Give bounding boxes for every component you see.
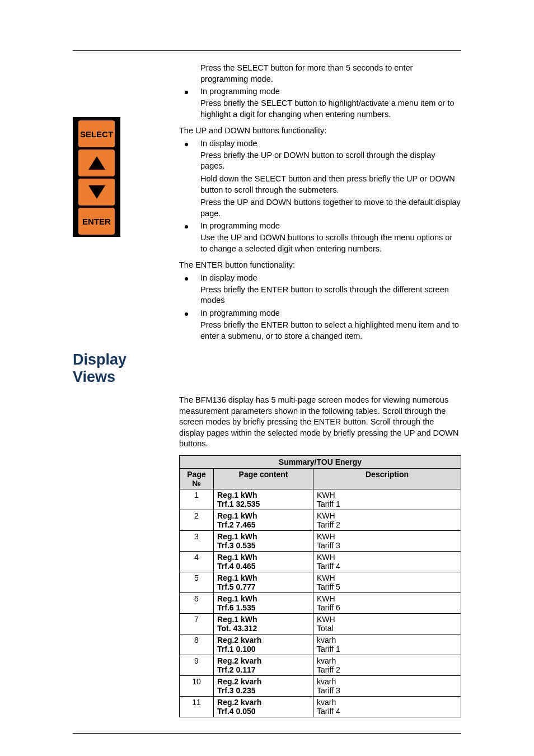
cell-page-content: Reg.2 kvarhTrf.1 0.100 xyxy=(214,634,313,655)
cell-page-content: Reg.2 kvarhTrf.3 0.235 xyxy=(214,675,313,696)
cell-description: KWHTariff 1 xyxy=(313,489,461,510)
cell-page-content: Reg.1 kWhTrf.6 1.535 xyxy=(214,592,313,613)
enter-p1: Press briefly the ENTER button to scroll… xyxy=(200,284,461,306)
cell-page-no: 3 xyxy=(180,530,214,551)
cell-page-content: Reg.1 kWhTrf.2 7.465 xyxy=(214,510,313,530)
bullet-text: In programming mode xyxy=(200,309,280,318)
bullet-enter-display: In display mode xyxy=(185,273,461,282)
cell-page-content: Reg.1 kWhTrf.4 0.465 xyxy=(214,551,313,572)
updown-p2: Hold down the SELECT button and then pre… xyxy=(200,174,461,195)
table-row: 7Reg.1 kWhTot. 43.312KWHTotal xyxy=(180,613,461,634)
cell-page-no: 5 xyxy=(180,572,214,592)
cell-page-no: 4 xyxy=(180,551,214,572)
table-row: 4Reg.1 kWhTrf.4 0.465KWHTariff 4 xyxy=(180,551,461,572)
cell-description: KWHTotal xyxy=(313,613,461,634)
bullet-text: In display mode xyxy=(200,273,257,282)
updown-p3: Press the UP and DOWN buttons together t… xyxy=(200,197,461,219)
table-row: 6Reg.1 kWhTrf.6 1.535KWHTariff 6 xyxy=(180,592,461,613)
section-heading-display-views: Display Views xyxy=(73,351,168,386)
updown-p4: Use the UP and DOWN buttons to scrolls t… xyxy=(200,232,461,254)
device-button-panel: SELECT ENTER xyxy=(73,117,120,237)
cell-page-content: Reg.1 kWhTrf.5 0.777 xyxy=(214,572,313,592)
cell-page-content: Reg.2 kvarhTrf.4 0.050 xyxy=(214,696,313,717)
enter-p2: Press briefly the ENTER button to select… xyxy=(200,320,461,342)
down-button xyxy=(78,179,115,206)
enter-intro: The ENTER button functionality: xyxy=(179,260,461,271)
cell-description: KWHTariff 3 xyxy=(313,530,461,551)
cell-description: KWHTariff 6 xyxy=(313,592,461,613)
th-page-content: Page content xyxy=(214,468,313,489)
cell-page-content: Reg.1 kWhTrf.3 0.535 xyxy=(214,530,313,551)
cell-page-no: 2 xyxy=(180,510,214,530)
cell-description: kvarhTariff 2 xyxy=(313,655,461,675)
svg-marker-1 xyxy=(88,185,105,199)
bullet-text: In display mode xyxy=(200,139,257,148)
table-row: 9Reg.2 kvarhTrf.2 0.117kvarhTariff 2 xyxy=(180,655,461,675)
table-row: 1Reg.1 kWhTrf.1 32.535KWHTariff 1 xyxy=(180,489,461,510)
summary-tou-table: Page № Page content Description 1Reg.1 k… xyxy=(179,468,461,717)
bullet-text: In programming mode xyxy=(200,87,280,96)
cell-page-no: 1 xyxy=(180,489,214,510)
table-row: 11Reg.2 kvarhTrf.4 0.050kvarhTariff 4 xyxy=(180,696,461,717)
select-brief-press-text: Press briefly the SELECT button to highl… xyxy=(200,98,461,120)
bullet-enter-programming: In programming mode xyxy=(185,309,461,318)
display-views-intro: The BFM136 display has 5 multi-page scre… xyxy=(179,395,461,450)
table-row: 3Reg.1 kWhTrf.3 0.535KWHTariff 3 xyxy=(180,530,461,551)
cell-description: KWHTariff 2 xyxy=(313,510,461,530)
bullet-icon xyxy=(185,143,188,146)
svg-marker-0 xyxy=(88,156,105,170)
bullet-programming-mode-2: In programming mode xyxy=(185,221,461,230)
cell-page-no: 11 xyxy=(180,696,214,717)
cell-description: KWHTariff 4 xyxy=(313,551,461,572)
updown-intro: The UP and DOWN buttons functionality: xyxy=(179,125,461,137)
cell-description: kvarhTariff 3 xyxy=(313,675,461,696)
enter-button: ENTER xyxy=(78,208,115,235)
cell-page-no: 10 xyxy=(180,675,214,696)
bullet-icon xyxy=(185,225,188,228)
bullet-text: In programming mode xyxy=(200,221,280,230)
bullet-icon xyxy=(185,277,188,281)
up-button xyxy=(78,150,115,176)
bullet-icon xyxy=(185,312,188,316)
updown-p1: Press briefly the UP or DOWN button to s… xyxy=(200,150,461,172)
select-button: SELECT xyxy=(78,120,115,147)
cell-description: KWHTariff 5 xyxy=(313,572,461,592)
cell-page-content: Reg.1 kWhTot. 43.312 xyxy=(214,613,313,634)
select-long-press-text: Press the SELECT button for more than 5 … xyxy=(200,63,461,85)
cell-page-content: Reg.2 kvarhTrf.2 0.117 xyxy=(214,655,313,675)
th-page-no: Page № xyxy=(180,468,214,489)
cell-page-no: 7 xyxy=(180,613,214,634)
cell-page-no: 9 xyxy=(180,655,214,675)
table-row: 2Reg.1 kWhTrf.2 7.465KWHTariff 2 xyxy=(180,510,461,530)
th-description: Description xyxy=(313,468,461,489)
table-title: Summary/TOU Energy xyxy=(179,455,461,468)
table-row: 8Reg.2 kvarhTrf.1 0.100kvarhTariff 1 xyxy=(180,634,461,655)
cell-page-no: 8 xyxy=(180,634,214,655)
table-row: 10Reg.2 kvarhTrf.3 0.235kvarhTariff 3 xyxy=(180,675,461,696)
bullet-icon xyxy=(185,91,188,94)
bullet-display-mode: In display mode xyxy=(185,139,461,148)
cell-page-no: 6 xyxy=(180,592,214,613)
cell-description: kvarhTariff 1 xyxy=(313,634,461,655)
bullet-programming-mode: In programming mode xyxy=(185,87,461,96)
cell-page-content: Reg.1 kWhTrf.1 32.535 xyxy=(214,489,313,510)
cell-description: kvarhTariff 4 xyxy=(313,696,461,717)
table-row: 5Reg.1 kWhTrf.5 0.777KWHTariff 5 xyxy=(180,572,461,592)
